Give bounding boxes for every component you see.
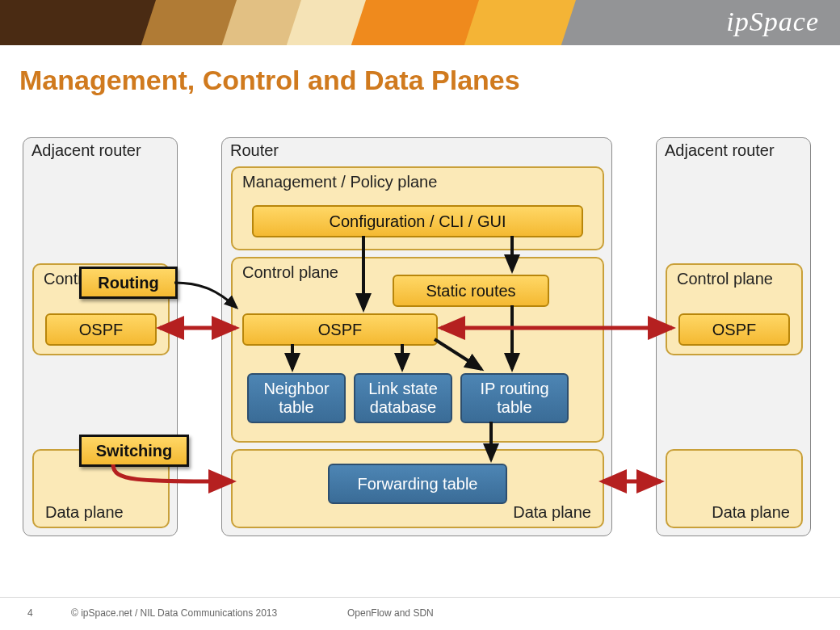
center-control-plane-label: Control plane <box>242 263 338 282</box>
right-data-plane-label: Data plane <box>712 503 790 522</box>
forwarding-table-box: Forwarding table <box>328 464 507 504</box>
center-ospf-box: OSPF <box>242 313 438 346</box>
neighbor-table-box: Neighbor table <box>247 373 346 423</box>
page-number: 4 <box>27 607 33 619</box>
config-cli-gui-box: Configuration / CLI / GUI <box>252 205 583 237</box>
right-ospf-box: OSPF <box>678 313 790 346</box>
left-router-label: Adjacent router <box>32 141 141 160</box>
right-data-plane: Data plane <box>666 449 803 528</box>
header-banner: ipSpace <box>0 0 840 45</box>
center-data-plane-label: Data plane <box>513 503 591 522</box>
static-routes-box: Static routes <box>393 275 549 307</box>
center-router-label: Router <box>230 141 279 160</box>
left-data-plane-label: Data plane <box>45 503 124 522</box>
right-router-label: Adjacent router <box>665 141 775 160</box>
routing-callout: Routing <box>79 267 178 299</box>
brand-logo: ipSpace <box>726 6 819 37</box>
ip-routing-table-box: IP routing table <box>460 373 569 423</box>
left-ospf-box: OSPF <box>45 313 157 346</box>
footer: 4 © ipSpace.net / NIL Data Communication… <box>0 597 840 630</box>
copyright-text: © ipSpace.net / NIL Data Communications … <box>71 607 277 619</box>
footer-topic: OpenFlow and SDN <box>347 607 434 619</box>
link-state-db-box: Link state database <box>354 373 452 423</box>
slide-title: Management, Control and Data Planes <box>19 65 520 96</box>
mgmt-plane-label: Management / Policy plane <box>242 173 437 191</box>
right-control-plane-label: Control plane <box>677 270 773 288</box>
switching-callout: Switching <box>79 435 189 467</box>
